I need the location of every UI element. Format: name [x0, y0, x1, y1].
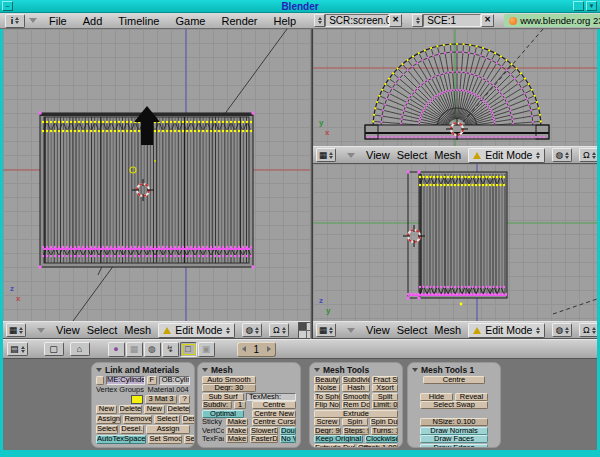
- material-deselect-button[interactable]: Deselect: [182, 415, 195, 424]
- viewport-front[interactable]: z x: [3, 29, 310, 321]
- menu-add[interactable]: Add: [75, 15, 111, 27]
- context-shading-button[interactable]: ◍: [144, 342, 161, 357]
- menu-select[interactable]: Select: [397, 149, 428, 161]
- vgroup-select-button[interactable]: Select: [96, 425, 118, 434]
- viewport-type-button[interactable]: ▦: [316, 323, 336, 337]
- to-sphere-button[interactable]: To Sphere: [314, 393, 340, 401]
- turns-stepper[interactable]: Turns: 1: [371, 427, 398, 435]
- screen-browse-button[interactable]: [314, 14, 325, 27]
- spin-button[interactable]: Spin: [342, 418, 368, 426]
- menu-select[interactable]: Select: [87, 324, 118, 336]
- draw-type-button[interactable]: ◍: [552, 148, 572, 162]
- menu-select[interactable]: Select: [397, 324, 428, 336]
- viewport-type-button[interactable]: ▦: [6, 323, 26, 337]
- material-help-button[interactable]: ?: [179, 395, 190, 404]
- menubar-collapse-icon[interactable]: [29, 18, 37, 23]
- hash-button[interactable]: Hash: [342, 384, 370, 392]
- vertcol-make-button[interactable]: Make: [226, 427, 248, 435]
- faster-draw-button[interactable]: FasterDr: [250, 435, 278, 443]
- limit-stepper[interactable]: Limit: 0.001: [372, 401, 398, 409]
- header-collapse-icon[interactable]: [347, 328, 355, 333]
- menu-view[interactable]: View: [366, 324, 390, 336]
- menu-timeline[interactable]: Timeline: [110, 15, 167, 27]
- menu-mesh[interactable]: Mesh: [434, 149, 461, 161]
- split-button[interactable]: Split: [372, 393, 398, 401]
- noise-button[interactable]: Noise: [314, 384, 340, 392]
- rem-doubles-button[interactable]: Rem Doub: [342, 401, 370, 409]
- material-assign-button[interactable]: Assign: [146, 425, 190, 434]
- keep-original-toggle[interactable]: Keep Original: [314, 435, 363, 443]
- scene-browse-button[interactable]: [412, 14, 423, 27]
- menu-mesh[interactable]: Mesh: [434, 324, 461, 336]
- header-collapse-icon[interactable]: [37, 328, 45, 333]
- beauty-toggle[interactable]: Beauty: [314, 376, 340, 384]
- hide-button[interactable]: Hide: [420, 393, 453, 401]
- context-scene-button[interactable]: ▣: [198, 342, 215, 357]
- vgroup-assign-button[interactable]: Assign: [96, 415, 121, 424]
- mesh-name-field[interactable]: ME:Cylinder: [106, 376, 145, 385]
- context-script-button[interactable]: ▦: [126, 342, 143, 357]
- home-button[interactable]: ⌂: [70, 342, 90, 356]
- fract-sub-button[interactable]: Fract Sub: [372, 376, 398, 384]
- title-bar[interactable]: Blender: [0, 0, 600, 13]
- pivot-button[interactable]: Ω: [269, 323, 289, 337]
- window-shade-button[interactable]: ▾: [586, 1, 597, 11]
- subsurf-toggle[interactable]: Sub Surf: [202, 393, 244, 401]
- slower-draw-button[interactable]: SlowerDr: [250, 427, 278, 435]
- draw-type-button[interactable]: ◍: [242, 323, 262, 337]
- smooth-button[interactable]: Smooth: [342, 393, 370, 401]
- context-logic-button[interactable]: ●: [108, 342, 125, 357]
- auto-smooth-toggle[interactable]: Auto Smooth: [202, 376, 256, 384]
- extrude-button[interactable]: Extrude: [314, 410, 398, 418]
- screen-name-field[interactable]: SCR:screen.001: [325, 14, 389, 27]
- menu-help[interactable]: Help: [266, 15, 305, 27]
- flip-normals-button[interactable]: Flip Norm: [314, 401, 340, 409]
- menu-mesh[interactable]: Mesh: [124, 324, 151, 336]
- frame-prev-icon[interactable]: [242, 346, 246, 352]
- buttons-window-type-button[interactable]: ▤: [7, 342, 28, 356]
- buttons-window[interactable]: Link and Materials ME:Cylinder F OB:Cyli…: [3, 359, 597, 450]
- material-slot-stepper[interactable]: 3 Mat 3: [145, 395, 177, 404]
- menu-render[interactable]: Render: [213, 15, 265, 27]
- scene-selector[interactable]: SCE:1 ✕: [412, 14, 494, 27]
- xsort-button[interactable]: Xsort: [372, 384, 398, 392]
- window-menu-button[interactable]: –: [2, 1, 13, 11]
- panel-header[interactable]: Link and Materials: [96, 364, 190, 375]
- viewport-type-button[interactable]: ▦: [316, 148, 336, 162]
- centre-button[interactable]: Centre: [252, 401, 296, 409]
- set-solid-button[interactable]: Set Solid: [184, 435, 195, 444]
- vgroup-new-button[interactable]: New: [96, 405, 117, 414]
- subdiv-render-stepper[interactable]: 1: [234, 401, 246, 409]
- viewport-splitter[interactable]: [310, 29, 313, 339]
- pivot-button[interactable]: Ω: [579, 148, 597, 162]
- degr-stepper[interactable]: Degr: 90: [314, 427, 341, 435]
- header-collapse-icon[interactable]: [347, 153, 355, 158]
- vgroup-delete-button[interactable]: Delete: [119, 405, 142, 414]
- draw-type-button[interactable]: ◍: [552, 323, 572, 337]
- material-new-button[interactable]: New: [144, 405, 165, 414]
- material-delete-button[interactable]: Delete: [167, 405, 190, 414]
- texface-make-button[interactable]: Make: [226, 435, 248, 443]
- set-smooth-button[interactable]: Set Smoo: [148, 435, 181, 444]
- centre-new-button[interactable]: Centre New: [252, 410, 296, 418]
- screen-selector[interactable]: SCR:screen.001 ✕: [314, 14, 402, 27]
- menu-game[interactable]: Game: [167, 15, 213, 27]
- material-select-button[interactable]: Select: [154, 415, 179, 424]
- degr-stepper[interactable]: Degr: 30: [202, 384, 256, 392]
- select-swap-button[interactable]: Select Swap: [420, 401, 488, 409]
- frame-next-icon[interactable]: [267, 346, 271, 352]
- mesh-browse-button[interactable]: [96, 376, 104, 385]
- clockwise-toggle[interactable]: Clockwise: [365, 435, 398, 443]
- mode-select[interactable]: Edit Mode: [158, 323, 235, 338]
- scene-name-field[interactable]: SCE:1: [423, 14, 481, 27]
- subdiv-stepper[interactable]: Subdiv: 1: [202, 401, 232, 409]
- panel-header[interactable]: Mesh: [202, 364, 296, 375]
- sticky-make-button[interactable]: Make: [226, 418, 248, 426]
- blender-menu-button[interactable]: i: [5, 14, 25, 28]
- frame-counter[interactable]: 1: [237, 342, 277, 357]
- texmesh-field[interactable]: TexMesh:: [246, 393, 296, 401]
- viewport-top[interactable]: y x: [313, 29, 597, 146]
- scene-close-button[interactable]: ✕: [481, 14, 494, 27]
- steps-stepper[interactable]: Steps: 9: [343, 427, 370, 435]
- pivot-button[interactable]: Ω: [579, 323, 597, 337]
